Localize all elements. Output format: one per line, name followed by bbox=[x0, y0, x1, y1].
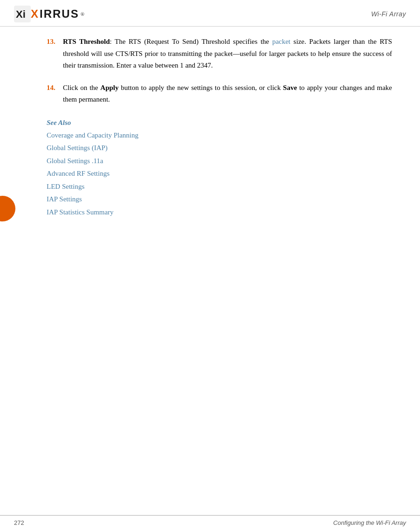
logo-rest-letters: IRRUS bbox=[40, 7, 79, 21]
xirrus-logo-icon: Xi bbox=[14, 6, 31, 22]
see-also-link-global-11a[interactable]: Global Settings .11a bbox=[47, 155, 392, 167]
xirrus-wordmark: XIRRUS® bbox=[31, 7, 84, 21]
svg-text:Xi: Xi bbox=[16, 8, 26, 20]
see-also-link-led-settings[interactable]: LED Settings bbox=[47, 181, 392, 193]
item-number-13: 13. bbox=[47, 36, 63, 72]
see-also-link-coverage[interactable]: Coverage and Capacity Planning bbox=[47, 130, 392, 142]
see-also-link-advanced-rf[interactable]: Advanced RF Settings bbox=[47, 168, 392, 180]
see-also-title: See Also bbox=[47, 119, 392, 127]
list-item-13: 13. RTS Threshold: The RTS (Request To S… bbox=[47, 36, 392, 72]
apply-text-before: Click on the bbox=[63, 84, 100, 91]
see-also-links: Coverage and Capacity Planning Global Se… bbox=[47, 130, 392, 219]
see-also-link-iap-statistics[interactable]: IAP Statistics Summary bbox=[47, 206, 392, 219]
see-also-section: See Also Coverage and Capacity Planning … bbox=[47, 119, 392, 219]
apply-bold: Apply bbox=[100, 84, 118, 91]
main-content: 13. RTS Threshold: The RTS (Request To S… bbox=[0, 27, 420, 246]
list-item-14: 14. Click on the Apply button to apply t… bbox=[47, 82, 392, 106]
logo-registered-symbol: ® bbox=[81, 11, 84, 17]
packet-link[interactable]: packet bbox=[272, 38, 290, 45]
see-also-link-global-iap[interactable]: Global Settings (IAP) bbox=[47, 142, 392, 154]
page-header: Xi XIRRUS® Wi-Fi Array bbox=[0, 0, 420, 27]
item-content-13: RTS Threshold: The RTS (Request To Send)… bbox=[63, 36, 392, 72]
item-number-14: 14. bbox=[47, 82, 63, 106]
apply-text-after: button to apply the new settings to this… bbox=[119, 84, 283, 91]
logo-x-letter: X bbox=[31, 7, 38, 21]
rts-threshold-term: RTS Threshold bbox=[63, 38, 110, 45]
page-footer: 272 Configuring the Wi-Fi Array bbox=[0, 515, 420, 530]
header-title: Wi-Fi Array bbox=[371, 10, 406, 18]
footer-description: Configuring the Wi-Fi Array bbox=[333, 519, 406, 526]
item-content-14: Click on the Apply button to apply the n… bbox=[63, 82, 392, 106]
footer-page-number: 272 bbox=[14, 519, 24, 526]
see-also-link-iap-settings[interactable]: IAP Settings bbox=[47, 193, 392, 206]
rts-threshold-sep: : The RTS (Request To Send) Threshold sp… bbox=[110, 38, 272, 45]
logo-area: Xi XIRRUS® bbox=[14, 6, 84, 22]
save-bold: Save bbox=[283, 84, 297, 91]
